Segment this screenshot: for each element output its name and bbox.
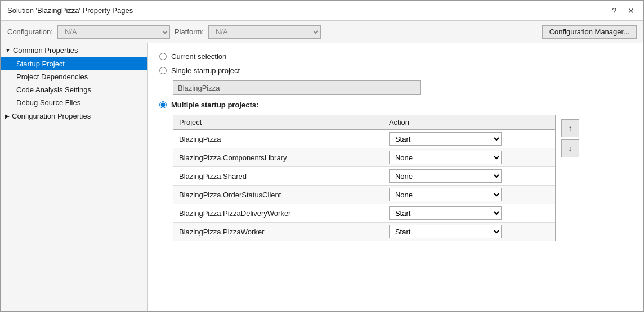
close-button[interactable]: ✕: [625, 6, 637, 15]
arrow-icon: ▼: [5, 47, 11, 53]
move-down-button[interactable]: ↓: [561, 139, 579, 157]
table-row: BlazingPizza.OrderStatusClientNoneStartS…: [173, 186, 555, 204]
down-arrow-icon: ↓: [569, 144, 573, 153]
help-button[interactable]: ?: [610, 6, 619, 15]
move-up-button[interactable]: ↑: [561, 119, 579, 137]
platform-dropdown[interactable]: N/A: [208, 25, 321, 39]
action-select[interactable]: NoneStartStart without debugging: [389, 206, 502, 220]
sidebar-item-code-analysis[interactable]: Code Analysis Settings: [1, 83, 147, 96]
action-cell: NoneStartStart without debugging: [383, 223, 555, 241]
project-cell: BlazingPizza.ComponentsLibrary: [173, 148, 383, 167]
radio-current-selection-row: Current selection: [159, 52, 632, 61]
action-cell: NoneStartStart without debugging: [383, 186, 555, 204]
col-header-action: Action: [383, 115, 555, 130]
projects-table: Project Action BlazingPizzaNoneStartStar…: [173, 115, 555, 241]
sidebar-item-label: Startup Project: [16, 60, 65, 68]
action-cell: NoneStartStart without debugging: [383, 148, 555, 167]
sidebar-category-label: Common Properties: [13, 46, 78, 55]
projects-table-container: Project Action BlazingPizzaNoneStartStar…: [173, 115, 556, 241]
sidebar-item-label: Debug Source Files: [16, 98, 80, 107]
action-cell: NoneStartStart without debugging: [383, 167, 555, 186]
radio-multiple-startup[interactable]: [159, 101, 167, 108]
action-select[interactable]: NoneStartStart without debugging: [389, 188, 502, 201]
project-cell: BlazingPizza.PizzaDeliveryWorker: [173, 204, 383, 223]
sidebar-category-config[interactable]: ▶ Configuration Properties: [1, 109, 147, 123]
action-select[interactable]: NoneStartStart without debugging: [389, 151, 502, 164]
action-select[interactable]: NoneStartStart without debugging: [389, 132, 502, 146]
arrow-collapsed-icon: ▶: [5, 113, 10, 119]
project-cell: BlazingPizza: [173, 130, 383, 148]
config-manager-button[interactable]: Configuration Manager...: [542, 25, 637, 39]
platform-label: Platform:: [175, 28, 204, 36]
table-row: BlazingPizza.ComponentsLibraryNoneStartS…: [173, 148, 555, 167]
sidebar: ▼ Common Properties Startup Project Proj…: [1, 43, 148, 311]
col-header-project: Project: [173, 115, 383, 130]
sidebar-item-label: Project Dependencies: [16, 73, 88, 81]
main-content: ▼ Common Properties Startup Project Proj…: [1, 43, 643, 311]
sidebar-item-label: Code Analysis Settings: [16, 85, 91, 94]
action-cell: NoneStartStart without debugging: [383, 130, 555, 148]
startup-options: Current selection Single startup project…: [159, 52, 632, 241]
single-project-input[interactable]: [173, 80, 421, 95]
title-bar: Solution 'BlazingPizza' Property Pages ?…: [1, 1, 643, 21]
single-project-field-row: [159, 80, 632, 95]
sidebar-category-common[interactable]: ▼ Common Properties: [1, 43, 147, 57]
table-row: BlazingPizza.PizzaDeliveryWorkerNoneStar…: [173, 204, 555, 223]
radio-current-selection[interactable]: [159, 53, 167, 60]
table-row: BlazingPizzaNoneStartStart without debug…: [173, 130, 555, 148]
title-bar-buttons: ? ✕: [610, 6, 637, 15]
radio-single-startup-row: Single startup project: [159, 66, 632, 75]
property-pages-window: Solution 'BlazingPizza' Property Pages ?…: [0, 0, 644, 312]
up-arrow-icon: ↑: [569, 124, 573, 133]
radio-single-startup[interactable]: [159, 67, 167, 74]
config-bar: Configuration: N/A Platform: N/A Configu…: [1, 21, 643, 43]
action-select[interactable]: NoneStartStart without debugging: [389, 225, 502, 238]
radio-single-label: Single startup project: [171, 66, 240, 75]
sidebar-category-config-label: Configuration Properties: [12, 112, 91, 120]
sidebar-item-project-dependencies[interactable]: Project Dependencies: [1, 70, 147, 83]
content-area: Current selection Single startup project…: [148, 43, 643, 311]
radio-multiple-label: Multiple startup projects:: [171, 101, 258, 109]
config-label: Configuration:: [7, 28, 53, 36]
sidebar-item-startup-project[interactable]: Startup Project: [1, 57, 147, 70]
projects-table-section: Project Action BlazingPizzaNoneStartStar…: [159, 115, 632, 241]
window-title: Solution 'BlazingPizza' Property Pages: [7, 6, 133, 15]
table-row: BlazingPizza.SharedNoneStartStart withou…: [173, 167, 555, 186]
project-cell: BlazingPizza.PizzaWorker: [173, 223, 383, 241]
table-row: BlazingPizza.PizzaWorkerNoneStartStart w…: [173, 223, 555, 241]
config-dropdown[interactable]: N/A: [57, 25, 170, 39]
action-select[interactable]: NoneStartStart without debugging: [389, 169, 502, 183]
table-side-buttons: ↑ ↓: [558, 115, 583, 162]
radio-current-label: Current selection: [171, 52, 226, 61]
project-cell: BlazingPizza.OrderStatusClient: [173, 186, 383, 204]
action-cell: NoneStartStart without debugging: [383, 204, 555, 223]
radio-multiple-row: Multiple startup projects:: [159, 101, 632, 109]
project-cell: BlazingPizza.Shared: [173, 167, 383, 186]
sidebar-item-debug-source[interactable]: Debug Source Files: [1, 96, 147, 109]
